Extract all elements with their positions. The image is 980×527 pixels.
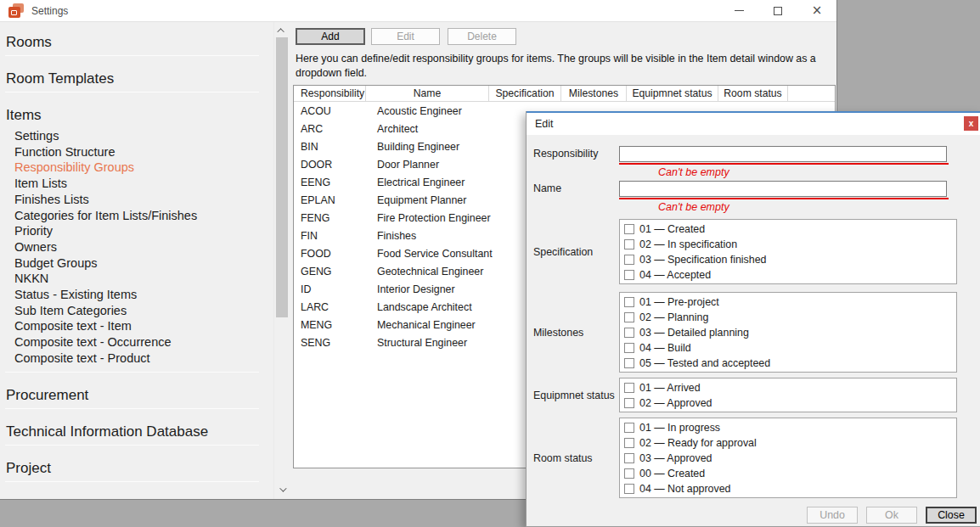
dialog-title: Edit <box>535 118 554 130</box>
sidebar-item-budget-groups[interactable]: Budget Groups <box>0 255 273 272</box>
cell-responsibility-code: ACOU <box>294 105 366 117</box>
dialog-close-button[interactable]: x <box>964 116 978 131</box>
sidebar-item-categories[interactable]: Categories for Item Lists/Finishes <box>0 208 273 224</box>
column-header-responsibility[interactable]: Responsibility <box>294 86 366 101</box>
checkbox[interactable] <box>624 343 634 353</box>
checkbox-label: 01 — Arrived <box>639 382 701 394</box>
minimize-button[interactable] <box>719 0 758 21</box>
sidebar-item-status-existing-items[interactable]: Status - Existing Items <box>0 287 273 303</box>
dialog-titlebar: Edit x <box>527 113 980 135</box>
close-button[interactable]: Close <box>926 507 977 524</box>
ok-button[interactable]: Ok <box>866 507 917 524</box>
sidebar-section-room-templates[interactable]: Room Templates <box>0 70 273 88</box>
sidebar-item-function-structure[interactable]: Function Structure <box>0 144 273 160</box>
cell-responsibility-code: MENG <box>294 319 366 331</box>
cell-responsibility-code: LARC <box>294 301 366 313</box>
checkbox-option[interactable]: 03 — Approved <box>624 451 956 466</box>
sidebar-item-finishes-lists[interactable]: Finishes Lists <box>0 192 273 208</box>
description-text: Here you can define/edit responsibility … <box>296 52 820 80</box>
checkbox-label: 04 — Accepted <box>639 269 711 281</box>
checkbox-option[interactable]: 01 — Arrived <box>624 380 956 395</box>
dialog-body: Responsibility Can't be empty Name Can't… <box>527 145 980 498</box>
scrollbar-thumb[interactable] <box>276 37 288 317</box>
checkbox[interactable] <box>624 312 634 322</box>
undo-button[interactable]: Undo <box>807 507 858 524</box>
name-input[interactable] <box>619 181 947 197</box>
checkbox-option[interactable]: 02 — Ready for approval <box>624 435 956 451</box>
sidebar-item-owners[interactable]: Owners <box>0 239 273 255</box>
checkbox[interactable] <box>624 468 634 479</box>
checkbox-option[interactable]: 03 — Detailed planning <box>624 325 956 340</box>
checkbox-option[interactable]: 01 — In progress <box>624 420 956 435</box>
scroll-down-button[interactable] <box>274 483 289 496</box>
checkbox[interactable] <box>624 484 634 494</box>
checkbox-option[interactable]: 05 — Tested and accepteed <box>624 356 956 371</box>
checkbox-option[interactable]: 01 — Created <box>624 221 956 237</box>
add-button[interactable]: Add <box>296 28 365 45</box>
checkbox[interactable] <box>624 423 634 433</box>
checkbox-label: 02 — Approved <box>639 397 712 409</box>
close-window-button[interactable]: × <box>797 0 836 21</box>
column-header-name[interactable]: Name <box>366 86 489 101</box>
sidebar-item-composite-text-item[interactable]: Composite text - Item <box>0 318 273 334</box>
dialog-footer: Undo Ok Close <box>807 507 977 524</box>
cell-responsibility-code: SENG <box>294 337 366 349</box>
cell-responsibility-code: ARC <box>294 123 366 135</box>
sidebar-item-responsibility-groups[interactable]: Responsibility Groups <box>0 160 273 176</box>
sidebar-scrollbar[interactable] <box>273 22 289 499</box>
sidebar-item-sub-item-categories[interactable]: Sub Item Categories <box>0 303 273 319</box>
checkbox-option[interactable]: 04 — Build <box>624 340 956 356</box>
sidebar-item-item-lists[interactable]: Item Lists <box>0 176 273 192</box>
checkbox[interactable] <box>624 297 634 307</box>
responsibility-input[interactable] <box>619 146 947 162</box>
app-icon <box>8 3 24 18</box>
checkbox-option[interactable]: 02 — Approved <box>624 395 956 411</box>
cell-responsibility-code: GENG <box>294 266 366 278</box>
sidebar-section-technical-information-database[interactable]: Technical Information Database <box>0 423 273 441</box>
checkbox[interactable] <box>624 358 634 368</box>
sidebar-item-nkkn[interactable]: NKKN <box>0 271 273 287</box>
checkbox-option[interactable]: 04 — Not approved <box>624 481 956 496</box>
checkbox-option[interactable]: 01 — Pre-project <box>624 294 956 310</box>
maximize-icon <box>774 7 782 15</box>
maximize-button[interactable] <box>758 0 797 21</box>
checkbox[interactable] <box>624 438 634 448</box>
sidebar-section-items[interactable]: Items <box>0 106 273 125</box>
column-header-milestones[interactable]: Milestones <box>561 86 627 101</box>
validation-underline <box>619 198 949 199</box>
edit-button[interactable]: Edit <box>371 28 440 45</box>
sidebar-item-composite-text-occurrence[interactable]: Composite text - Occurrence <box>0 334 273 350</box>
checkbox[interactable] <box>624 398 634 408</box>
sidebar-item-priority[interactable]: Priority <box>0 223 273 239</box>
checkbox-option[interactable]: 02 — In specification <box>624 237 956 252</box>
cell-responsibility-code: FENG <box>294 212 366 224</box>
checkbox[interactable] <box>624 255 634 265</box>
cell-responsibility-code: FOOD <box>294 248 366 260</box>
sidebar-section-advanced-settings[interactable]: Advanced settings <box>0 496 273 499</box>
checkbox[interactable] <box>624 453 634 463</box>
sidebar-item-settings[interactable]: Settings <box>0 128 273 144</box>
sidebar-section-rooms[interactable]: Rooms <box>0 33 273 52</box>
divider <box>5 372 259 373</box>
checkbox[interactable] <box>624 383 634 393</box>
column-header-specification[interactable]: Specification <box>489 86 561 101</box>
delete-button[interactable]: Delete <box>448 28 516 45</box>
column-header-equipmnet-status[interactable]: Equipmnet status <box>627 86 718 101</box>
window-title: Settings <box>31 5 68 17</box>
room-status-options-group: 01 — In progress 02 — Ready for approval… <box>619 418 957 498</box>
scroll-up-button[interactable] <box>274 24 289 36</box>
sidebar-section-procurement[interactable]: Procurement <box>0 386 273 405</box>
checkbox[interactable] <box>624 328 634 338</box>
sidebar-section-project[interactable]: Project <box>0 459 273 478</box>
checkbox[interactable] <box>624 224 634 234</box>
checkbox-option[interactable]: 04 — Accepted <box>624 267 956 283</box>
checkbox[interactable] <box>624 270 634 280</box>
checkbox-label: 01 — In progress <box>639 422 720 434</box>
responsibility-validation-error: Can't be empty <box>658 166 949 179</box>
column-header-room-status[interactable]: Room status <box>718 86 788 101</box>
sidebar-item-composite-text-product[interactable]: Composite text - Product <box>0 350 273 367</box>
checkbox-option[interactable]: 00 — Created <box>624 466 956 481</box>
checkbox-option[interactable]: 02 — Planning <box>624 310 956 325</box>
checkbox-option[interactable]: 03 — Specification finished <box>624 252 956 267</box>
checkbox[interactable] <box>624 239 634 249</box>
